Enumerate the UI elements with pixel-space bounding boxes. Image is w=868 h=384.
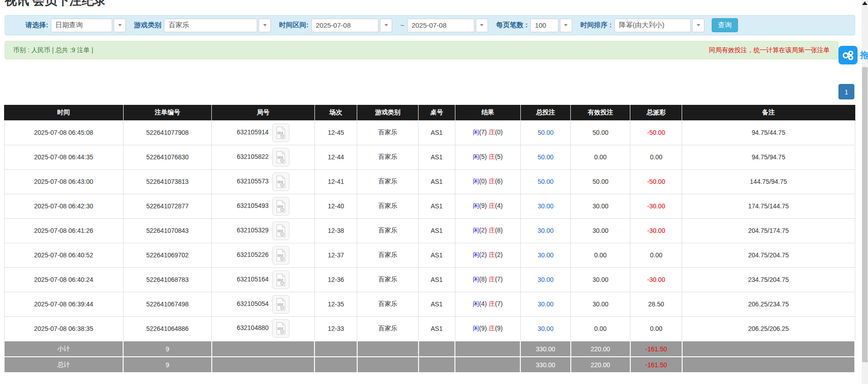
- video-file-icon: [275, 322, 286, 335]
- cell-remark: 204.75/204.75: [682, 243, 855, 267]
- player-label: 闲: [473, 300, 479, 307]
- sort-order-dropdown-button[interactable]: [692, 19, 704, 32]
- game-type-dropdown-button[interactable]: [259, 19, 271, 32]
- cell-session: 12-35: [314, 292, 357, 316]
- cell-payout: 0.00: [630, 243, 682, 267]
- video-replay-button[interactable]: [272, 295, 289, 314]
- game-type-input[interactable]: [164, 19, 257, 32]
- col-header-total-bet: 总投注: [520, 105, 570, 120]
- cell-bet-id: 522641070843: [123, 218, 212, 243]
- chevron-down-icon: [118, 24, 122, 26]
- cell-bet-id: 522641076830: [123, 145, 212, 169]
- table-footer: 小计 9 330.00 220.00 -161.50 总计 9 330.00 2…: [4, 341, 855, 373]
- banker-label: 庄: [489, 177, 495, 185]
- video-replay-button[interactable]: [272, 222, 289, 240]
- banker-label: 庄: [489, 276, 495, 283]
- cell-valid-bet: 0.00: [571, 145, 630, 169]
- date-to-combo: [407, 19, 488, 32]
- player-score: (9): [479, 325, 487, 332]
- page-size-dropdown-button[interactable]: [560, 19, 572, 32]
- page-size-input[interactable]: [530, 19, 559, 32]
- date-to-input[interactable]: [407, 19, 474, 32]
- cell-time: 2025-07-08 06:43:00: [4, 169, 123, 194]
- cell-total-bet: 30.00: [520, 267, 570, 292]
- time-range-label: 时间区间:: [279, 21, 309, 30]
- banker-score: (5): [495, 153, 503, 160]
- video-replay-button[interactable]: [272, 271, 289, 289]
- cell-time: 2025-07-08 06:41:26: [4, 218, 123, 243]
- cell-valid-bet: 50.00: [571, 169, 630, 194]
- video-replay-button[interactable]: [272, 172, 289, 191]
- total-row: 总计 9 330.00 220.00 -161.50: [4, 357, 855, 373]
- video-replay-button[interactable]: [272, 123, 289, 142]
- cell-result: 闲(9) 庄(9): [455, 316, 520, 341]
- table-row: 2025-07-08 06:38:35 522641064886 6321048…: [4, 316, 855, 341]
- header-row: 时间 注单编号 局号 场次 游戏类别 桌号 结果 总投注 有效投注 总派彩 备注: [4, 105, 855, 120]
- cell-remark: 94.75/94.75: [682, 145, 855, 169]
- cell-bet-id: 522641064886: [123, 316, 212, 341]
- round-id: 632105054: [237, 300, 269, 307]
- cell-session: 12-44: [314, 145, 357, 169]
- page-size-combo: [530, 19, 572, 32]
- cell-session: 12-40: [314, 194, 357, 218]
- cell-result: 闲(9) 庄(4): [455, 194, 520, 218]
- cell-payout: -30.00: [630, 194, 682, 218]
- search-button[interactable]: 查询: [712, 18, 738, 32]
- table-row: 2025-07-08 06:45:08 522641077908 6321059…: [4, 120, 855, 145]
- date-from-dropdown-button[interactable]: [380, 19, 392, 32]
- drag-label[interactable]: 拖: [860, 49, 868, 61]
- cell-bet-id: 522641068783: [123, 267, 212, 292]
- player-label: 闲: [473, 177, 479, 185]
- query-type-dropdown-button[interactable]: [114, 19, 126, 32]
- table-row: 2025-07-08 06:44:35 522641076830 6321058…: [4, 145, 855, 169]
- valid-bet-note: 同局有效投注，统一计算在该局第一张注单: [709, 46, 830, 54]
- video-file-icon: [275, 298, 286, 311]
- subtotal-total-bet: 330.00: [520, 341, 570, 357]
- scroll-up-arrow[interactable]: [862, 0, 868, 5]
- query-type-input[interactable]: [51, 19, 112, 32]
- pagination: 1: [838, 84, 854, 99]
- video-replay-button[interactable]: [272, 197, 289, 216]
- round-id: 632105226: [237, 251, 269, 258]
- cell-valid-bet: 30.00: [571, 292, 630, 316]
- page-1-button[interactable]: 1: [838, 84, 854, 99]
- banker-score: (6): [495, 177, 503, 185]
- cell-game-type: 百家乐: [357, 120, 419, 145]
- sort-order-input[interactable]: [614, 19, 691, 32]
- round-id: 632105573: [237, 177, 269, 185]
- col-header-session: 场次: [314, 105, 357, 120]
- date-from-input[interactable]: [311, 19, 379, 32]
- cell-session: 12-41: [314, 169, 357, 194]
- table-row: 2025-07-08 06:43:00 522641073813 6321055…: [4, 169, 855, 194]
- subtotal-valid-bet: 220.00: [571, 341, 630, 357]
- share-cloud-icon[interactable]: [838, 46, 858, 64]
- date-from-combo: [311, 19, 392, 32]
- round-id: 632105822: [237, 153, 269, 160]
- scrollbar-thumb[interactable]: [862, 67, 868, 362]
- cell-result: 闲(0) 庄(6): [455, 169, 520, 194]
- cell-payout: 0.00: [630, 145, 682, 169]
- player-score: (2): [479, 251, 487, 258]
- cell-bet-id: 522641072877: [123, 194, 212, 218]
- cell-table-no: AS1: [419, 243, 455, 267]
- player-score: (4): [479, 300, 487, 307]
- total-payout: -161.50: [630, 357, 682, 373]
- video-file-icon: [275, 224, 286, 237]
- cell-game-type: 百家乐: [357, 267, 419, 292]
- cell-total-bet: 30.00: [520, 243, 570, 267]
- cell-game-type: 百家乐: [357, 292, 419, 316]
- cell-game-type: 百家乐: [357, 243, 419, 267]
- cell-game-type: 百家乐: [357, 316, 419, 341]
- date-to-dropdown-button[interactable]: [476, 19, 488, 32]
- cell-table-no: AS1: [419, 194, 455, 218]
- player-label: 闲: [473, 202, 479, 209]
- video-replay-button[interactable]: [272, 246, 289, 265]
- cell-payout: -30.00: [630, 218, 682, 243]
- video-replay-button[interactable]: [272, 319, 289, 338]
- cell-result: 闲(4) 庄(7): [455, 292, 520, 316]
- cell-time: 2025-07-08 06:45:08: [4, 120, 123, 145]
- cell-time: 2025-07-08 06:40:52: [4, 243, 123, 267]
- sort-order-label: 时间排序 :: [580, 21, 612, 30]
- video-replay-button[interactable]: [272, 148, 289, 167]
- cell-payout: 0.00: [630, 316, 682, 341]
